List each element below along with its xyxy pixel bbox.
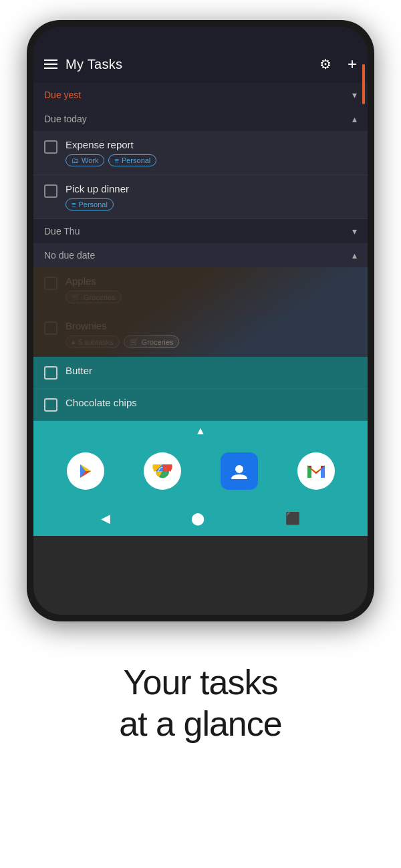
- svg-point-5: [235, 465, 243, 473]
- marketing-line1: Your tasks: [119, 662, 281, 703]
- tag-groceries-brownies-label: Groceries: [142, 338, 174, 346]
- swipe-indicator[interactable]: ▲: [33, 421, 368, 441]
- marketing-line2: at a glance: [119, 703, 281, 744]
- section-label-due-today: Due today: [44, 114, 87, 124]
- task-content-brownies: Brownies ▴ 5 subtasks 🛒 Groceries: [65, 320, 357, 348]
- tag-personal-1[interactable]: ≡ Personal: [108, 154, 156, 166]
- app-icon-chrome[interactable]: [144, 452, 181, 490]
- marketing-section: Your tasks at a glance: [106, 648, 295, 758]
- groceries-icon-brownies: 🛒: [130, 337, 139, 346]
- task-item-brownies: Brownies ▴ 5 subtasks 🛒 Groceries: [33, 312, 368, 357]
- task-item-pickup-dinner: Pick up dinner ≡ Personal: [33, 175, 368, 219]
- chevron-due-thu: ▾: [352, 226, 357, 237]
- tag-groceries-brownies[interactable]: 🛒 Groceries: [124, 335, 180, 348]
- swipe-chevron-icon: ▲: [195, 425, 206, 437]
- personal-icon-2: ≡: [72, 200, 76, 208]
- tag-personal-2[interactable]: ≡ Personal: [65, 198, 114, 210]
- task-item-butter: Butter: [33, 357, 368, 389]
- tag-subtasks-brownies[interactable]: ▴ 5 subtasks: [65, 335, 120, 348]
- task-content-pickup-dinner: Pick up dinner ≡ Personal: [65, 183, 357, 210]
- checkbox-brownies[interactable]: [44, 321, 57, 335]
- task-name-pickup-dinner: Pick up dinner: [65, 183, 357, 194]
- play-store-icon: [78, 463, 94, 479]
- nav-back-icon[interactable]: ◀: [101, 511, 110, 526]
- chevron-no-due-date: ▴: [352, 250, 357, 261]
- android-nav: ◀ ⬤ ⬛: [33, 501, 368, 536]
- app-icon-contacts[interactable]: [221, 452, 258, 490]
- groceries-icon-apples: 🛒: [72, 293, 81, 301]
- task-content-choc-chips: Chocolate chips: [65, 397, 357, 412]
- tag-personal-2-label: Personal: [78, 200, 107, 208]
- contacts-icon: [229, 461, 249, 481]
- subtasks-icon: ▴: [72, 337, 76, 346]
- app-title: My Tasks: [65, 57, 311, 72]
- tag-subtasks-label: 5 subtasks: [78, 338, 114, 346]
- task-name-brownies: Brownies: [65, 320, 357, 331]
- task-name-choc-chips: Chocolate chips: [65, 397, 357, 408]
- scroll-indicator: [362, 64, 365, 104]
- phone-inner: My Tasks ⚙ + Due yest ▾ Due today ▴ Expe…: [33, 27, 368, 615]
- task-name-butter: Butter: [65, 365, 357, 376]
- nav-recents-icon[interactable]: ⬛: [285, 511, 300, 526]
- tag-groceries-apples[interactable]: 🛒 Groceries: [65, 291, 122, 303]
- task-name-expense-report: Expense report: [65, 139, 357, 150]
- app-icon-gmail[interactable]: [297, 452, 335, 490]
- task-item-choc-chips: Chocolate chips: [33, 389, 368, 421]
- checkbox-expense-report[interactable]: [44, 140, 57, 154]
- task-item-apples: Apples 🛒 Groceries: [33, 267, 368, 312]
- task-tags-brownies: ▴ 5 subtasks 🛒 Groceries: [65, 335, 357, 348]
- gear-icon[interactable]: ⚙: [319, 56, 331, 72]
- task-content-apples: Apples 🛒 Groceries: [65, 275, 357, 303]
- checkbox-butter[interactable]: [44, 366, 57, 380]
- section-due-thu[interactable]: Due Thu ▾: [33, 219, 368, 243]
- chevron-due-yest: ▾: [352, 90, 357, 100]
- diagonal-section: Apples 🛒 Groceries Brownies: [33, 267, 368, 357]
- app-dock: [33, 441, 368, 501]
- section-no-due-date[interactable]: No due date ▴: [33, 243, 368, 267]
- checkbox-apples[interactable]: [44, 277, 57, 290]
- hamburger-icon[interactable]: [44, 59, 57, 69]
- personal-icon-1: ≡: [114, 156, 118, 164]
- section-label-no-due-date: No due date: [44, 250, 95, 261]
- phone-shell: My Tasks ⚙ + Due yest ▾ Due today ▴ Expe…: [27, 20, 374, 621]
- task-content-butter: Butter: [65, 365, 357, 380]
- section-due-yest[interactable]: Due yest ▾: [33, 83, 368, 107]
- tag-work-label: Work: [82, 156, 98, 164]
- nav-home-icon[interactable]: ⬤: [191, 511, 205, 526]
- app-header: My Tasks ⚙ +: [33, 45, 368, 83]
- task-item-expense-report: Expense report 🗂 Work ≡ Personal: [33, 131, 368, 175]
- section-label-due-yest: Due yest: [44, 90, 81, 100]
- checkbox-choc-chips[interactable]: [44, 398, 57, 412]
- chevron-due-today: ▴: [352, 114, 357, 124]
- section-label-due-thu: Due Thu: [44, 226, 80, 237]
- chrome-icon: [150, 459, 174, 483]
- tag-groceries-apples-label: Groceries: [84, 293, 116, 301]
- plus-icon[interactable]: +: [348, 55, 357, 74]
- app-icon-play[interactable]: [67, 452, 104, 490]
- task-name-apples: Apples: [65, 275, 357, 287]
- tag-work[interactable]: 🗂 Work: [65, 154, 104, 166]
- section-due-today[interactable]: Due today ▴: [33, 107, 368, 131]
- task-tags-apples: 🛒 Groceries: [65, 291, 357, 303]
- task-tags-expense-report: 🗂 Work ≡ Personal: [65, 154, 357, 166]
- task-tags-pickup-dinner: ≡ Personal: [65, 198, 357, 210]
- gmail-icon: [306, 463, 326, 479]
- work-icon: 🗂: [72, 156, 79, 164]
- status-bar: [33, 27, 368, 45]
- checkbox-pickup-dinner[interactable]: [44, 184, 57, 198]
- task-content-expense-report: Expense report 🗂 Work ≡ Personal: [65, 139, 357, 166]
- tag-personal-1-label: Personal: [122, 156, 150, 164]
